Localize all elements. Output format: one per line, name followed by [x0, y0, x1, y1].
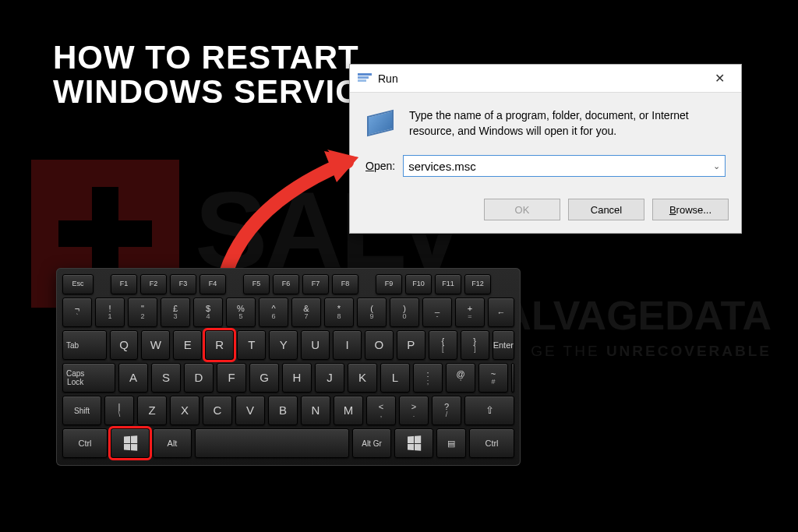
- key-e: E: [173, 330, 202, 360]
- key-f7: F7: [302, 274, 329, 294]
- key-minus: _-: [422, 298, 452, 327]
- watermark-tagline: GE THE UNRECOVERABLE: [531, 343, 772, 360]
- key-bracket-close: }]: [461, 330, 489, 360]
- key-v: V: [235, 396, 265, 425]
- close-button[interactable]: ✕: [702, 68, 736, 90]
- run-titlebar[interactable]: Run ✕: [350, 65, 741, 93]
- key-enter-bottom: [511, 363, 514, 393]
- key-1: !1: [95, 298, 125, 327]
- key-period: >.: [399, 396, 429, 425]
- cancel-button[interactable]: Cancel: [568, 199, 644, 220]
- watermark-text-small: ALVAGEDATA: [502, 292, 772, 339]
- key-f5: F5: [243, 274, 270, 294]
- key-t: T: [237, 330, 266, 360]
- key-shift-left: Shift: [62, 396, 101, 425]
- key-c: C: [203, 396, 232, 425]
- run-description: Type the name of a program, folder, docu…: [409, 107, 726, 141]
- key-r: R: [205, 330, 234, 360]
- key-h: H: [282, 363, 312, 393]
- ok-button[interactable]: OK: [484, 199, 560, 220]
- open-label: Open:: [365, 160, 395, 172]
- key-windows-right: [394, 428, 433, 458]
- key-w: W: [141, 330, 170, 360]
- key-y: Y: [269, 330, 298, 360]
- key-ctrl-left: Ctrl: [62, 428, 108, 458]
- key-backtick: ¬`: [62, 298, 92, 327]
- key-j: J: [315, 363, 344, 393]
- key-hash: ~#: [478, 363, 508, 393]
- key-z: Z: [137, 396, 167, 425]
- key-x: X: [170, 396, 200, 425]
- key-comma: <,: [366, 396, 396, 425]
- key-b: B: [268, 396, 298, 425]
- keyboard-illustration: Esc F1 F2 F3 F4 F5 F6 F7 F8 F9 F10 F11 F…: [56, 268, 521, 466]
- key-quote: @': [446, 363, 475, 393]
- run-icon: [358, 73, 372, 84]
- key-k: K: [348, 363, 377, 393]
- key-g: G: [249, 363, 279, 393]
- key-ctrl-right: Ctrl: [469, 428, 514, 458]
- key-3: £3: [161, 298, 190, 327]
- key-d: D: [184, 363, 214, 393]
- run-dialog: Run ✕ Type the name of a program, folder…: [349, 64, 742, 234]
- key-6: ^6: [259, 298, 288, 327]
- key-9: (9: [357, 298, 387, 327]
- key-shift-right: ⇧: [464, 396, 514, 425]
- run-button-row: OK Cancel Browse...: [350, 189, 741, 233]
- key-backspace: ←: [488, 298, 514, 327]
- key-8: *8: [324, 298, 354, 327]
- key-backslash: |\: [104, 396, 134, 425]
- key-f4: F4: [200, 274, 226, 294]
- browse-button[interactable]: Browse...: [652, 199, 729, 220]
- key-q: Q: [110, 330, 139, 360]
- run-large-icon: [365, 108, 398, 141]
- key-f11: F11: [435, 274, 461, 294]
- key-equals: +=: [455, 298, 485, 327]
- key-f8: F8: [332, 274, 358, 294]
- key-7: &7: [291, 298, 321, 327]
- key-a: A: [118, 363, 148, 393]
- key-i: I: [333, 330, 362, 360]
- key-5: %5: [226, 298, 256, 327]
- windows-logo-icon: [124, 435, 137, 450]
- key-m: M: [334, 396, 363, 425]
- key-n: N: [301, 396, 330, 425]
- key-f3: F3: [170, 274, 196, 294]
- chevron-down-icon[interactable]: ⌄: [713, 161, 720, 171]
- key-f9: F9: [376, 274, 402, 294]
- key-tab: Tab: [62, 330, 107, 360]
- key-2: "2: [128, 298, 157, 327]
- key-4: $4: [193, 298, 223, 327]
- key-enter-top: Enter: [493, 330, 514, 360]
- key-l: L: [380, 363, 410, 393]
- key-f: F: [217, 363, 246, 393]
- key-space: [195, 428, 349, 458]
- key-f6: F6: [273, 274, 299, 294]
- key-f2: F2: [140, 274, 167, 294]
- key-slash: ?/: [432, 396, 461, 425]
- key-o: O: [365, 330, 394, 360]
- key-menu: ▤: [436, 428, 466, 458]
- run-title: Run: [378, 72, 702, 85]
- key-u: U: [301, 330, 330, 360]
- key-altgr: Alt Gr: [352, 428, 391, 458]
- key-alt-left: Alt: [153, 428, 192, 458]
- key-windows: [111, 428, 150, 458]
- key-bracket-open: {[: [429, 330, 457, 360]
- key-p: P: [397, 330, 425, 360]
- key-f1: F1: [111, 274, 137, 294]
- key-esc: Esc: [62, 274, 94, 294]
- key-semicolon: :;: [413, 363, 443, 393]
- open-combobox[interactable]: ⌄: [403, 155, 726, 177]
- key-f12: F12: [464, 274, 491, 294]
- key-f10: F10: [405, 274, 432, 294]
- key-s: S: [151, 363, 181, 393]
- open-input[interactable]: [408, 160, 720, 173]
- key-0: )0: [390, 298, 419, 327]
- key-capslock: Caps Lock: [62, 363, 115, 393]
- windows-logo-icon: [408, 435, 421, 450]
